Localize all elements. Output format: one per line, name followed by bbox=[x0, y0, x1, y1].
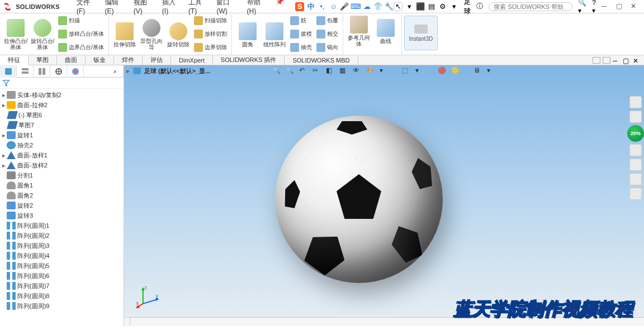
tab-sketch[interactable]: 草图 bbox=[29, 55, 57, 65]
zoom-fit-icon[interactable]: 🔍 bbox=[272, 66, 281, 75]
tab-mbd[interactable]: SOLIDWORKS MBD bbox=[285, 55, 358, 65]
tree-item[interactable]: ▸曲面-放样1 bbox=[0, 150, 124, 160]
prev-view-icon[interactable]: ↶ bbox=[299, 66, 308, 75]
sweep-cut-button[interactable]: 扫描切除 bbox=[194, 15, 227, 27]
revolve-cut-button[interactable]: 旋转切除 bbox=[165, 15, 192, 54]
view-cube-icon[interactable]: ⬚ bbox=[402, 66, 411, 75]
tree-item[interactable]: 阵列(圆周)7 bbox=[0, 281, 124, 291]
tree-item[interactable]: (-) 草图6 bbox=[0, 110, 124, 120]
linear-pattern-button[interactable]: 线性阵列 bbox=[261, 15, 288, 54]
child-close-icon[interactable]: ✕ bbox=[633, 57, 641, 64]
decals-icon[interactable]: 🟡 bbox=[451, 66, 460, 75]
task-appearance-icon[interactable] bbox=[629, 188, 642, 200]
tree-item[interactable]: 阵列(圆周)2 bbox=[0, 231, 124, 241]
loft-button[interactable]: 放样凸台/基体 bbox=[58, 28, 104, 40]
menu-edit[interactable]: 编辑(E) bbox=[105, 0, 125, 15]
tree-item[interactable]: 阵列(圆周)6 bbox=[0, 271, 124, 281]
extrude-cut-button[interactable]: 拉伸切除 bbox=[111, 15, 138, 54]
football-model[interactable] bbox=[275, 116, 443, 283]
viewport[interactable]: ▸ 足球 (默认<<默认>_显... 🔍 🔍 ↶ ✂ ◧ ▦ 👁 🎨 ▾ ⬚ ▾… bbox=[124, 65, 644, 326]
menu-window[interactable]: 窗口(W) bbox=[216, 0, 238, 15]
display-pane-icon[interactable]: 🖥 bbox=[473, 66, 482, 75]
select-icon[interactable]: ↖ bbox=[394, 2, 402, 11]
hole-wizard-button[interactable]: 异型孔向导 bbox=[138, 15, 165, 54]
search-input[interactable] bbox=[489, 2, 572, 11]
tree-item[interactable]: ▸旋转1 bbox=[0, 130, 124, 140]
instant3d-button[interactable]: Instant3D bbox=[404, 16, 438, 50]
layout-icon[interactable]: ▤ bbox=[427, 2, 436, 11]
sweep-button[interactable]: 扫描 bbox=[58, 15, 104, 27]
task-explorer-icon[interactable] bbox=[629, 159, 642, 171]
tree-item[interactable]: 圆角1 bbox=[0, 180, 124, 190]
shell-button[interactable]: 抽壳 bbox=[290, 41, 312, 54]
fm-tab-config-icon[interactable] bbox=[34, 65, 50, 78]
display-style-icon[interactable]: ▦ bbox=[339, 66, 348, 75]
fm-tab-property-icon[interactable] bbox=[17, 65, 34, 78]
fm-tab-more-icon[interactable]: › bbox=[107, 65, 124, 78]
fm-tab-display-icon[interactable] bbox=[67, 65, 84, 78]
boundary-button[interactable]: 边界凸台/基体 bbox=[58, 41, 104, 54]
tab-features[interactable]: 特征 bbox=[0, 55, 29, 65]
tree-item[interactable]: 圆角2 bbox=[0, 190, 124, 200]
boundary-cut-button[interactable]: 边界切除 bbox=[194, 41, 227, 54]
tree-item[interactable]: 阵列(圆周)3 bbox=[0, 241, 124, 251]
tree-item[interactable]: 阵列(圆周)1 bbox=[0, 221, 124, 231]
tree-item[interactable]: 阵列(圆周)9 bbox=[0, 301, 124, 311]
breadcrumb-arrow-icon[interactable]: ▸ bbox=[126, 67, 130, 75]
ime-tool-icon[interactable]: 🔧 bbox=[385, 2, 394, 11]
tree-item[interactable]: 阵列(圆周)4 bbox=[0, 251, 124, 261]
dropdown-icon[interactable]: ▾ bbox=[405, 2, 414, 11]
tab-collapse-icon[interactable] bbox=[603, 57, 610, 64]
tree-item[interactable]: 旋转3 bbox=[0, 210, 124, 221]
menu-view[interactable]: 视图(V) bbox=[134, 0, 153, 15]
tree-item[interactable]: ▸曲面-放样2 bbox=[0, 160, 124, 170]
breadcrumb[interactable]: ▸ 足球 (默认<<默认>_显... bbox=[126, 65, 210, 76]
maximize-icon[interactable]: ▢ bbox=[616, 2, 625, 11]
tab-sheetmetal[interactable]: 钣金 bbox=[86, 55, 114, 65]
close-icon[interactable]: ✕ bbox=[631, 2, 640, 11]
task-view-icon[interactable] bbox=[629, 173, 642, 185]
ime-skin-icon[interactable]: 👕 bbox=[373, 2, 382, 11]
options-icon[interactable]: ⚙ bbox=[438, 2, 447, 11]
tab-dimxpert[interactable]: DimXpert bbox=[171, 55, 213, 65]
extrude-boss-button[interactable]: 拉伸凸台/基体 bbox=[2, 15, 29, 54]
tab-expand-icon[interactable] bbox=[593, 57, 600, 64]
filter-icon[interactable]: ⬛ bbox=[416, 2, 425, 11]
ime-mic-icon[interactable]: 🎤 bbox=[340, 2, 349, 11]
tree-item[interactable]: 阵列(圆周)8 bbox=[0, 291, 124, 301]
menu-tools[interactable]: 工具(T) bbox=[188, 0, 208, 15]
ime-keyboard-icon[interactable]: ⌨ bbox=[351, 2, 360, 11]
appearance-icon[interactable]: 🎨 bbox=[366, 66, 375, 75]
zoom-area-icon[interactable]: 🔍 bbox=[286, 66, 295, 75]
wrap-button[interactable]: 包覆 bbox=[316, 15, 338, 27]
draft-button[interactable]: 拔模 bbox=[290, 28, 312, 40]
feature-tree[interactable]: ▸实体-移动/复制2▸曲面-拉伸2(-) 草图6草图7▸旋转1抽壳2▸曲面-放样… bbox=[0, 89, 124, 326]
section-icon[interactable]: ✂ bbox=[312, 66, 321, 75]
view-orient-icon[interactable]: ◧ bbox=[326, 66, 335, 75]
view-triad[interactable]: z y x bbox=[135, 283, 161, 310]
help-icon[interactable]: ?▾ bbox=[592, 0, 596, 15]
ime-cloud-icon[interactable]: ☁ bbox=[362, 2, 371, 11]
ime-s-icon[interactable]: S bbox=[295, 2, 304, 11]
revolve-boss-button[interactable]: 旋转凸台/基体 bbox=[29, 15, 56, 54]
dropdown-2-icon[interactable]: ▾ bbox=[449, 2, 458, 11]
bottom-tab-motion[interactable]: 运动算例 1 bbox=[124, 318, 130, 326]
tree-item[interactable]: 分割1 bbox=[0, 170, 124, 180]
fm-tab-tree-icon[interactable] bbox=[0, 65, 17, 78]
menu-help[interactable]: 帮助(H) bbox=[247, 0, 267, 15]
tree-item[interactable]: 抽壳2 bbox=[0, 140, 124, 150]
tab-weldments[interactable]: 焊件 bbox=[114, 55, 143, 65]
filter-icon[interactable] bbox=[2, 79, 10, 87]
menu-pin-icon[interactable]: 📌 bbox=[276, 0, 284, 15]
mirror-button[interactable]: 镜向 bbox=[316, 41, 338, 54]
tree-item[interactable]: ▸曲面-拉伸2 bbox=[0, 100, 124, 110]
loft-cut-button[interactable]: 放样切割 bbox=[194, 28, 227, 40]
tab-surfaces[interactable]: 曲面 bbox=[57, 55, 86, 65]
tab-evaluate[interactable]: 评估 bbox=[143, 55, 171, 65]
ref-geometry-button[interactable]: 参考几何体 bbox=[345, 15, 372, 47]
menu-file[interactable]: 文件(F) bbox=[77, 0, 96, 15]
dropdown-icon[interactable]: ▾ bbox=[487, 66, 496, 75]
scene-icon[interactable]: ▾ bbox=[380, 66, 389, 75]
hide-show-icon[interactable]: 👁 bbox=[353, 66, 362, 75]
minimize-icon[interactable]: ─ bbox=[602, 2, 610, 11]
